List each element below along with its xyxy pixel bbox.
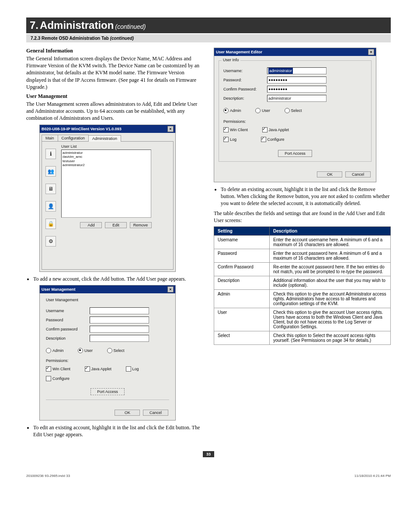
paragraph-user-management: The User Management screen allows admini… <box>26 101 203 122</box>
sidebar-icons: ℹ 👥 🖥 👤 🔒 ⚙ <box>45 144 59 267</box>
th-description: Description <box>270 226 391 235</box>
radio-user[interactable]: User <box>255 108 270 113</box>
cancel-button[interactable]: Cancel <box>345 171 371 177</box>
ok-button[interactable]: OK <box>115 410 140 416</box>
editor-titlebar: User Management Editor × <box>214 48 376 56</box>
check-java[interactable]: Java Applet <box>262 127 289 132</box>
close-icon[interactable]: × <box>167 286 174 292</box>
edit-button[interactable]: Edit <box>105 222 127 228</box>
close-icon[interactable]: × <box>368 49 374 55</box>
section-title: Remote OSD Administration Tab <box>42 36 109 41</box>
winclient-window: B020-U08-19-IP WinClient Version V1.0.09… <box>39 125 176 272</box>
fieldset-legend: User Info <box>222 58 240 62</box>
close-icon[interactable]: × <box>167 126 174 132</box>
section-bar: 7.2.3 Remote OSD Administration Tab (con… <box>26 34 391 42</box>
admin-icon[interactable]: 👤 <box>45 201 56 212</box>
check-log[interactable]: Log <box>223 137 236 142</box>
footer: 201009236 93-2985.indd 33 11/18/2010 4:2… <box>26 474 391 478</box>
port-access-button[interactable]: Port Access <box>90 388 125 395</box>
list-item[interactable]: administrator <box>63 151 150 155</box>
settings-icon[interactable]: ⚙ <box>45 236 56 247</box>
table-row: UsernameEnter the account username here.… <box>214 235 391 249</box>
table-row: Confirm PasswordRe-enter the account pas… <box>214 262 391 276</box>
radio-user[interactable]: User <box>78 348 93 353</box>
left-column: General Information The General Informat… <box>26 46 203 441</box>
footer-right: 11/18/2010 4:21:44 PM <box>354 474 391 478</box>
cancel-button[interactable]: Cancel <box>143 410 168 416</box>
list-item[interactable]: testuser <box>63 159 150 163</box>
description-input[interactable]: administrator <box>267 95 327 102</box>
bullet-edit-account: To edit an existing account, highlight i… <box>33 424 203 438</box>
label-password: Password <box>46 318 90 322</box>
permissions-label: Permissions: <box>223 119 367 124</box>
table-row: SelectCheck this option to Select the ac… <box>214 331 391 344</box>
lock-icon[interactable]: 🔒 <box>45 219 56 229</box>
um-titlebar: User Management × <box>40 285 175 293</box>
th-setting: Setting <box>214 226 270 235</box>
label-confirm: Confirm Password: <box>223 87 267 91</box>
radio-admin[interactable]: Admin <box>223 108 241 113</box>
check-log[interactable]: Log <box>126 366 139 372</box>
check-configure[interactable]: Configure <box>261 137 285 142</box>
settings-table: Setting Description UsernameEnter the ac… <box>214 226 391 345</box>
user-management-window: User Management × User Management Userna… <box>39 285 176 421</box>
user-list[interactable]: administrator davidm_amc testuser admini… <box>61 150 151 218</box>
heading-user-management: User Management <box>26 93 203 100</box>
list-item[interactable]: davidm_amc <box>63 155 150 159</box>
port-access-button[interactable]: Port Access <box>278 150 312 157</box>
user-management-editor-window: User Management Editor × User Info Usern… <box>214 48 376 182</box>
heading-general-info: General Information <box>26 48 203 54</box>
confirm-password-input[interactable] <box>90 326 149 333</box>
check-winclient[interactable]: Win Client <box>223 127 248 132</box>
check-java[interactable]: Java Applet <box>85 366 112 372</box>
label-description: Description <box>46 336 90 341</box>
info-icon[interactable]: ℹ <box>45 149 56 159</box>
radio-admin[interactable]: Admin <box>46 348 64 353</box>
label-username: Username <box>46 309 90 313</box>
um-breadcrumb: User Management <box>46 298 169 302</box>
confirm-password-input[interactable]: ●●●●●●●● <box>267 86 327 93</box>
permissions-label: Permissions: <box>46 358 169 363</box>
chapter-bar: 7. Administration (continued) <box>26 17 391 33</box>
network-icon[interactable]: 🖥 <box>45 184 56 194</box>
radio-select[interactable]: Select <box>285 108 302 113</box>
description-input[interactable] <box>90 335 149 342</box>
check-winclient[interactable]: Win Client <box>46 366 70 372</box>
chapter-continued: (continued) <box>115 23 146 30</box>
label-description: Description: <box>223 96 267 101</box>
users-icon[interactable]: 👥 <box>45 166 56 177</box>
bullet-delete-account: To delete an existing account, highlight… <box>221 186 391 207</box>
paragraph-general-info: The General Information screen displays … <box>26 55 203 90</box>
footer-left: 201009236 93-2985.indd 33 <box>26 474 70 478</box>
label-password: Password: <box>223 78 267 82</box>
remove-button[interactable]: Remove <box>130 222 152 228</box>
winclient-titlebar: B020-U08-19-IP WinClient Version V1.0.09… <box>40 125 175 133</box>
table-intro: The table describes the fields and setti… <box>214 210 391 224</box>
ok-button[interactable]: OK <box>317 171 342 177</box>
editor-title: User Management Editor <box>216 50 262 54</box>
table-row: PasswordEnter the account password here.… <box>214 249 391 262</box>
user-info-fieldset: User Info Username:administrator Passwor… <box>219 60 372 162</box>
tab-main[interactable]: Main <box>42 135 58 141</box>
username-input[interactable] <box>90 307 149 314</box>
list-item[interactable]: administrator2 <box>63 163 150 167</box>
table-row: DescriptionAdditional information about … <box>214 276 391 289</box>
um-title: User Management <box>42 287 76 292</box>
section-continued: (continued) <box>110 36 134 41</box>
section-number: 7.2.3 <box>31 36 40 41</box>
check-configure[interactable]: Configure <box>46 376 70 381</box>
right-column: User Management Editor × User Info Usern… <box>214 46 391 345</box>
table-row: UserCheck this option to give the accoun… <box>214 308 391 331</box>
username-input[interactable]: administrator <box>267 67 327 74</box>
password-input[interactable] <box>90 316 149 323</box>
bullet-add-account: To add a new account, click the Add butt… <box>33 275 203 282</box>
password-input[interactable]: ●●●●●●●● <box>267 76 327 83</box>
tab-configuration[interactable]: Configuration <box>58 135 89 141</box>
tab-administration[interactable]: Administration <box>88 135 121 142</box>
radio-select[interactable]: Select <box>107 348 125 353</box>
userlist-label: User List <box>61 144 170 149</box>
add-button[interactable]: Add <box>80 222 102 228</box>
chapter-number: 7. <box>30 19 38 31</box>
chapter-title: Administration <box>40 19 114 31</box>
winclient-title: B020-U08-19-IP WinClient Version V1.0.09… <box>42 127 122 131</box>
